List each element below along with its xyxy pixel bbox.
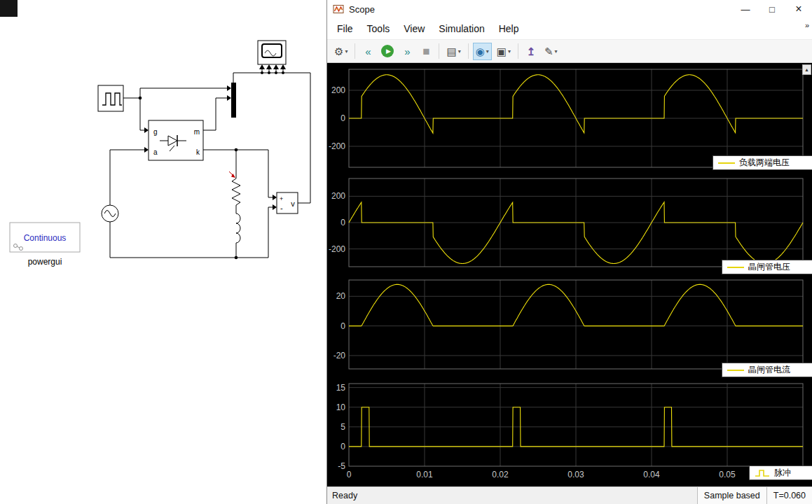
toolbar-separator	[468, 43, 469, 59]
style-button[interactable]: ✎ ▾	[542, 43, 560, 60]
dropdown-caret-icon: ▾	[555, 48, 558, 55]
status-bar: Ready Sample based T=0.060	[327, 486, 812, 504]
vmeter-v-label: v	[291, 200, 295, 208]
inductor-icon	[236, 214, 240, 245]
legend-thyristor-current[interactable]: 晶闸管电流	[722, 363, 812, 377]
scope-axes-3: 151050-500.010.020.030.040.05	[336, 383, 803, 479]
powergui-mode-label: Continuous	[24, 233, 67, 243]
run-glyph: ▶	[386, 48, 391, 55]
vmeter-minus-label: -	[280, 204, 283, 212]
svg-text:0: 0	[340, 442, 345, 451]
legend-label: 晶闸管电流	[748, 364, 790, 376]
svg-text:0: 0	[340, 218, 345, 227]
scale-axes-button[interactable]: ▣ ▾	[494, 43, 514, 60]
stop-button[interactable]: ■	[418, 43, 434, 60]
svg-text:5: 5	[340, 422, 345, 432]
settings-button[interactable]: ⚙ ▾	[331, 43, 350, 60]
dropdown-caret-icon: ▾	[345, 48, 347, 55]
window-title: Scope	[349, 4, 375, 15]
scope-axes-2: 200-20	[333, 280, 803, 369]
scope-plots: 2000-2002000-200200-20151050-500.010.020…	[327, 63, 812, 486]
resistor-icon	[232, 176, 240, 214]
scope-menu-bar: File Tools View Simulation Help »	[327, 18, 812, 39]
bring-forward-button[interactable]: ↥	[523, 43, 539, 60]
legend-label: 负载两端电压	[739, 157, 790, 169]
rlc-branch-block[interactable]	[229, 172, 240, 245]
pen-icon: ✎	[544, 46, 553, 57]
svg-text:0.05: 0.05	[719, 470, 736, 479]
stop-icon: ■	[422, 46, 429, 57]
toolbar-separator	[439, 43, 439, 59]
port-label-m: m	[194, 128, 200, 136]
window-controls: — □ ×	[732, 0, 812, 18]
dropdown-caret-icon: ▾	[458, 48, 461, 55]
toolbar-separator	[518, 43, 518, 59]
legend-thyristor-voltage[interactable]: 晶闸管电压	[722, 260, 812, 274]
step-back-button[interactable]: «	[359, 43, 376, 60]
close-button[interactable]: ×	[785, 0, 812, 18]
model-diagram: g m a k	[0, 0, 326, 504]
signal-selector-button[interactable]: ▤ ▾	[443, 43, 463, 60]
scope-window: Scope — □ × File Tools View Simulation H…	[326, 0, 812, 504]
menubar-overflow-icon[interactable]: »	[805, 21, 809, 29]
legend-line-icon	[727, 267, 744, 268]
dropdown-caret-icon: ▾	[486, 48, 489, 55]
maximize-button[interactable]: □	[759, 0, 785, 18]
port-label-g: g	[153, 128, 158, 136]
svg-text:0: 0	[347, 470, 352, 479]
mux-block[interactable]	[231, 83, 236, 118]
svg-text:-20: -20	[333, 351, 346, 360]
status-sim-time: T=0.060	[766, 487, 812, 504]
pulse-generator-block[interactable]	[98, 85, 123, 111]
svg-text:0: 0	[340, 113, 345, 123]
run-button[interactable]: ▶	[378, 43, 397, 60]
scrollbar-up-button[interactable]: ▲	[802, 64, 811, 75]
minimize-button[interactable]: —	[732, 0, 759, 18]
port-label-a: a	[153, 148, 158, 156]
scope-block[interactable]	[258, 41, 286, 64]
svg-text:0.04: 0.04	[643, 470, 660, 479]
fit-axes-icon: ▣	[497, 46, 507, 57]
powergui-block[interactable]: Continuous powergui	[10, 223, 80, 267]
svg-text:15: 15	[336, 383, 346, 393]
svg-text:200: 200	[331, 85, 345, 95]
legend-pulse[interactable]: 脉冲	[749, 465, 812, 480]
simulink-model-canvas: g m a k	[0, 0, 326, 504]
menu-view[interactable]: View	[397, 21, 432, 36]
trigger-button[interactable]: ◉ ▾	[473, 43, 492, 60]
thyristor-block[interactable]: g m a k	[149, 120, 203, 160]
scope-toolbar: ⚙ ▾ « ▶ » ■ ▤ ▾ ◉ ▾	[327, 39, 812, 63]
gear-icon: ⚙	[334, 46, 343, 57]
powergui-name-label: powergui	[28, 257, 62, 267]
pulse-legend-icon	[755, 468, 770, 478]
dropdown-caret-icon: ▾	[508, 48, 511, 55]
menu-help[interactable]: Help	[492, 21, 526, 36]
raise-icon: ↥	[527, 46, 536, 57]
trigger-icon: ◉	[476, 46, 485, 57]
svg-text:10: 10	[336, 402, 346, 412]
vmeter-plus-label: +	[280, 195, 283, 202]
step-forward-button[interactable]: »	[399, 43, 415, 60]
svg-text:0.03: 0.03	[567, 470, 584, 479]
scope-title-bar: Scope — □ ×	[327, 0, 812, 18]
status-sample-mode: Sample based	[697, 487, 766, 504]
svg-text:-200: -200	[329, 244, 345, 254]
ac-voltage-source-block[interactable]	[102, 205, 118, 222]
svg-text:-200: -200	[329, 141, 345, 151]
menu-tools[interactable]: Tools	[360, 21, 397, 36]
svg-text:0: 0	[340, 321, 345, 331]
svg-text:-5: -5	[338, 461, 345, 471]
current-arrow-icon	[229, 172, 235, 178]
legend-line-icon	[718, 162, 735, 164]
background-window-corner	[0, 0, 18, 17]
voltage-measurement-block[interactable]: + - v	[277, 192, 298, 214]
menu-simulation[interactable]: Simulation	[432, 21, 491, 36]
step-forward-icon: »	[404, 46, 410, 57]
svg-text:0.01: 0.01	[416, 470, 433, 479]
legend-load-voltage[interactable]: 负载两端电压	[713, 155, 812, 170]
status-text: Ready	[332, 491, 357, 500]
menu-file[interactable]: File	[330, 21, 360, 36]
legend-label: 晶闸管电压	[748, 261, 790, 273]
screen: g m a k	[0, 0, 812, 504]
wire-junction-dots	[139, 71, 284, 259]
